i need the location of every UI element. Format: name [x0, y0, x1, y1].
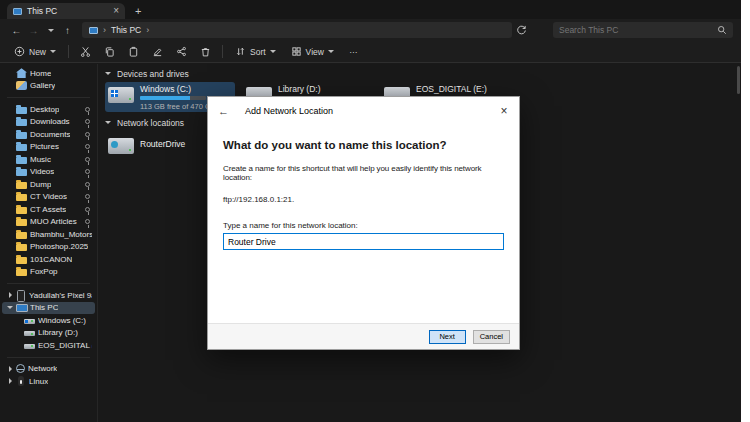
up-icon[interactable]: ↑ [59, 22, 76, 38]
drive-icon [24, 344, 35, 349]
folder-yellow-icon [16, 232, 27, 239]
sidebar-item-label: Home [30, 69, 51, 78]
sort-button[interactable]: Sort [232, 44, 279, 60]
drive-name: EOS_DIGITAL (E:) [416, 84, 487, 94]
sidebar-item[interactable]: Photoshop.2025 [2, 241, 95, 254]
sidebar-item[interactable]: Desktop [2, 103, 95, 116]
drive-name: Library (D:) [278, 84, 321, 94]
folder-blue-icon [16, 107, 27, 114]
expander-chevron-icon[interactable] [7, 181, 13, 187]
expander-chevron-icon[interactable] [15, 317, 21, 323]
expander-chevron-icon[interactable] [7, 169, 13, 175]
search-box[interactable] [553, 22, 733, 38]
breadcrumb-this-pc[interactable]: This PC [111, 25, 141, 35]
network-location-name-input[interactable] [223, 233, 504, 250]
chevron-down-icon [328, 50, 334, 53]
expander-chevron-icon[interactable] [7, 306, 13, 309]
sidebar-item[interactable]: Documents [2, 128, 95, 141]
sidebar-item[interactable]: Downloads [2, 116, 95, 129]
rename-button[interactable] [150, 44, 165, 60]
sidebar-item-label: Documents [30, 130, 70, 139]
expander-chevron-icon[interactable] [7, 256, 13, 262]
expander-chevron-icon[interactable] [7, 144, 13, 150]
expander-chevron-icon[interactable] [9, 366, 12, 372]
sidebar-item[interactable]: Videos [2, 166, 95, 179]
expander-chevron-icon[interactable] [7, 106, 13, 112]
pin-icon [85, 207, 90, 212]
sidebar-item[interactable]: Linux [2, 375, 95, 388]
copy-button[interactable] [102, 44, 117, 60]
scrollbar-thumb[interactable] [737, 66, 740, 94]
cut-button[interactable] [78, 44, 93, 60]
search-input[interactable] [559, 25, 717, 35]
breadcrumb[interactable]: › This PC › [82, 22, 512, 38]
sidebar-item[interactable]: Bhambhu_Motorsport [2, 228, 95, 241]
sidebar-item-label: Bhambhu_Motorsport [30, 230, 92, 239]
folder-blue-icon [16, 144, 27, 151]
sidebar-item[interactable]: Music [2, 153, 95, 166]
forward-icon[interactable]: → [25, 22, 42, 38]
sidebar-item[interactable]: 101CANON [2, 253, 95, 266]
paste-button[interactable] [126, 44, 141, 60]
home-icon [16, 68, 27, 78]
section-devices-header[interactable]: Devices and drives [105, 67, 735, 80]
next-button[interactable]: Next [429, 330, 466, 344]
sidebar-item-label: Windows (C:) [38, 316, 86, 325]
expander-chevron-icon[interactable] [9, 292, 12, 298]
sidebar-item[interactable]: Pictures [2, 141, 95, 154]
sidebar-item-label: Videos [30, 167, 54, 176]
drive-icon [24, 331, 35, 336]
chevron-down-icon [50, 50, 56, 53]
cancel-button[interactable]: Cancel [473, 330, 510, 344]
sidebar-item[interactable]: Yadullah's Pixel 9a [2, 289, 95, 302]
expander-chevron-icon[interactable] [7, 244, 13, 250]
sidebar-item[interactable]: CT Assets [2, 203, 95, 216]
refresh-icon[interactable] [512, 22, 530, 38]
sidebar-item[interactable]: MUO Articles [2, 216, 95, 229]
share-button[interactable] [174, 44, 189, 60]
tab-close-icon[interactable]: × [113, 6, 119, 16]
expander-chevron-icon[interactable] [7, 119, 13, 125]
expander-chevron-icon[interactable] [7, 231, 13, 237]
back-icon[interactable]: ← [218, 105, 236, 117]
sidebar-item[interactable]: EOS_DIGITAL (E:) [2, 339, 95, 352]
back-icon[interactable]: ← [8, 22, 25, 38]
expander-chevron-icon[interactable] [15, 342, 21, 348]
expander-chevron-icon[interactable] [7, 206, 13, 212]
folder-blue-icon [16, 157, 27, 164]
new-tab-button[interactable]: + [135, 5, 141, 17]
chevron-down-icon[interactable] [105, 72, 111, 75]
rename-icon [152, 46, 163, 57]
new-button[interactable]: New [11, 44, 59, 60]
sidebar-item[interactable]: Library (D:) [2, 327, 95, 340]
delete-button[interactable] [198, 44, 213, 60]
sidebar-item[interactable]: Gallery [2, 80, 95, 93]
breadcrumb-separator: › [103, 25, 106, 35]
expander-chevron-icon[interactable] [7, 83, 13, 89]
expander-chevron-icon[interactable] [7, 131, 13, 137]
expander-chevron-icon[interactable] [7, 70, 13, 76]
chevron-down-icon[interactable] [105, 121, 111, 124]
network-location-name: RouterDrive [140, 139, 185, 149]
sidebar-item[interactable]: Windows (C:) [2, 314, 95, 327]
expander-chevron-icon[interactable] [7, 219, 13, 225]
sidebar-item[interactable]: This PC [2, 302, 95, 315]
view-button[interactable]: View [288, 44, 337, 60]
sidebar-item[interactable]: Home [2, 67, 95, 80]
phone-icon [15, 290, 26, 300]
expander-chevron-icon[interactable] [7, 194, 13, 200]
expander-chevron-icon[interactable] [7, 156, 13, 162]
close-icon[interactable]: × [489, 97, 519, 125]
tab-this-pc[interactable]: This PC × [7, 3, 125, 19]
pin-icon [85, 182, 90, 187]
sidebar-item[interactable]: Network [2, 363, 95, 376]
expander-chevron-icon[interactable] [9, 378, 12, 384]
expander-chevron-icon[interactable] [15, 330, 21, 336]
sidebar-item[interactable]: FoxPop [2, 266, 95, 279]
sidebar-item[interactable]: Dump [2, 178, 95, 191]
see-more-button[interactable]: ··· [346, 44, 361, 60]
expander-chevron-icon[interactable] [7, 269, 13, 275]
sidebar-item-label: Pictures [30, 142, 59, 151]
sidebar-item[interactable]: CT Videos [2, 191, 95, 204]
recent-locations-icon[interactable] [42, 22, 59, 38]
